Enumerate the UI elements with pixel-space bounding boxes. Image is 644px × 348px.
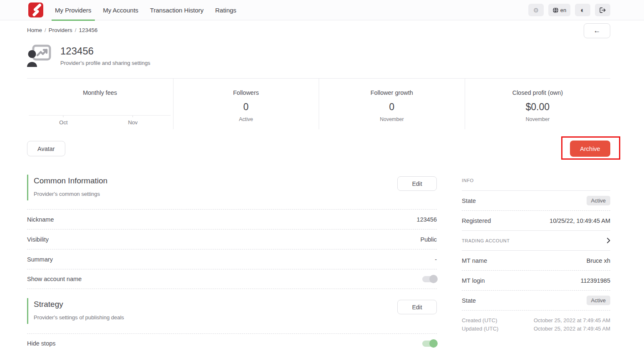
chart-tick	[63, 116, 64, 117]
stat-monthly-fees: Monthly fees Oct Nov	[27, 79, 173, 129]
status-badge: Active	[587, 296, 610, 305]
avatar-button[interactable]: Avatar	[27, 141, 65, 156]
sidebar-row-mt-login: MT login 112391985	[462, 271, 610, 291]
navbar-actions: ⚙ en ◐	[528, 4, 610, 16]
back-button[interactable]: ←	[584, 23, 610, 38]
stat-caption: Active	[173, 116, 319, 122]
row-label: Nickname	[27, 216, 54, 223]
common-information-section-header: Common Information Provider's common set…	[27, 175, 437, 200]
theme-toggle-button[interactable]: ◐	[575, 4, 590, 16]
row-value: 123456	[417, 216, 437, 223]
page-subtitle: Provider's profile and sharing settings	[60, 60, 150, 66]
row-visibility: Visibility Public	[27, 229, 437, 249]
section-subtitle: Provider's common settings	[34, 191, 107, 197]
nav-tab-my-providers[interactable]: My Providers	[49, 0, 97, 20]
meta-value: October 25, 2022 at 7:49:45 AM	[534, 316, 610, 325]
created-line: Created (UTC) October 25, 2022 at 7:49:4…	[462, 316, 610, 325]
section-title: Common Information	[34, 176, 107, 185]
row-label: Show account name	[27, 276, 82, 282]
row-show-account-name: Show account name	[27, 269, 437, 289]
stat-value: $0.00	[465, 101, 611, 113]
page-header: 123456 Provider's profile and sharing se…	[27, 44, 610, 67]
sidebar-row-registered: Registered 10/25/22, 10:49:45 AM	[462, 211, 610, 231]
row-nickname: Nickname 123456	[27, 209, 437, 229]
gear-icon: ⚙	[533, 7, 539, 13]
provider-profile-icon	[27, 44, 51, 67]
edit-common-information-button[interactable]: Edit	[397, 176, 437, 191]
stat-followers: Followers 0 Active	[173, 79, 319, 129]
nav-tab-my-accounts[interactable]: My Accounts	[97, 0, 144, 20]
row-value: 10/25/22, 10:49:45 AM	[550, 217, 610, 224]
settings-column: Common Information Provider's common set…	[27, 175, 437, 348]
logout-button[interactable]	[595, 4, 610, 16]
strategy-section-header: Strategy Provider's settings of publishi…	[27, 298, 437, 324]
chart-tick-label: Nov	[128, 119, 138, 126]
chevron-right-icon	[607, 238, 610, 243]
breadcrumb-current: 123456	[79, 27, 98, 33]
row-label: MT name	[462, 257, 487, 264]
status-badge: Active	[587, 196, 610, 205]
monthly-fees-chart: Oct Nov	[29, 115, 171, 116]
settings-button[interactable]: ⚙	[528, 4, 544, 16]
archive-button[interactable]: Archive	[570, 141, 610, 157]
timestamps-block: Created (UTC) October 25, 2022 at 7:49:4…	[462, 311, 610, 333]
meta-value: October 25, 2022 at 7:49:45 AM	[534, 325, 610, 333]
stat-title: Followers	[173, 89, 319, 96]
row-label: Visibility	[27, 236, 49, 243]
row-label: State	[462, 297, 476, 304]
main-nav: My Providers My Accounts Transaction His…	[49, 0, 242, 20]
trading-account-caption: TRADING ACCOUNT	[462, 238, 510, 243]
breadcrumb-separator: /	[45, 27, 46, 33]
stat-title: Closed profit (own)	[465, 89, 611, 96]
sidebar-row-mt-name: MT name Bruce xh	[462, 251, 610, 271]
stat-follower-growth: Follower growth 0 November	[319, 79, 465, 129]
chart-tick-label: Oct	[59, 119, 67, 126]
row-hide-stops: Hide stops	[27, 333, 437, 348]
common-information-rows: Nickname 123456 Visibility Public Summar…	[27, 209, 437, 289]
chart-tick	[133, 116, 133, 117]
info-caption: INFO	[462, 178, 474, 183]
actions-row: Avatar Archive	[27, 141, 610, 157]
strategy-rows: Hide stops	[27, 333, 437, 348]
row-value: 112391985	[580, 277, 610, 284]
sidebar-row-account-state: State Active	[462, 291, 610, 311]
row-value: Bruce xh	[587, 257, 610, 264]
row-value: -	[435, 256, 437, 263]
info-sidebar: INFO State Active Registered 10/25/22, 1…	[462, 175, 610, 348]
page-title: 123456	[60, 45, 150, 57]
breadcrumb-separator: /	[75, 27, 77, 33]
breadcrumb-home[interactable]: Home	[27, 27, 42, 33]
back-arrow-icon: ←	[594, 27, 601, 35]
meta-label: Created (UTC)	[462, 316, 497, 325]
hide-stops-toggle[interactable]	[422, 341, 437, 347]
show-account-name-toggle[interactable]	[422, 276, 437, 282]
row-summary: Summary -	[27, 249, 437, 269]
edit-strategy-button[interactable]: Edit	[397, 300, 437, 314]
section-title: Strategy	[34, 300, 124, 309]
stat-title: Monthly fees	[27, 89, 173, 96]
section-subtitle: Provider's settings of publishing deals	[34, 314, 124, 321]
stat-title: Follower growth	[319, 89, 465, 96]
nav-tab-ratings[interactable]: Ratings	[209, 0, 242, 20]
brand-logo-icon[interactable]	[28, 2, 43, 17]
stats-row: Monthly fees Oct Nov Followers 0 Active …	[27, 78, 610, 129]
trading-account-section-header[interactable]: TRADING ACCOUNT	[462, 231, 610, 251]
row-label: Hide stops	[27, 340, 56, 347]
breadcrumb: Home / Providers / 123456	[27, 20, 610, 33]
globe-icon	[552, 7, 559, 13]
meta-label: Updated (UTC)	[462, 325, 498, 333]
stat-value: 0	[173, 101, 319, 113]
updated-line: Updated (UTC) October 25, 2022 at 7:49:4…	[462, 325, 610, 333]
sidebar-row-state: State Active	[462, 191, 610, 211]
info-section-header: INFO	[462, 175, 610, 191]
stat-value: 0	[319, 101, 465, 113]
logout-icon	[599, 7, 606, 13]
row-label: State	[462, 197, 476, 204]
breadcrumb-providers[interactable]: Providers	[49, 27, 72, 33]
row-label: Summary	[27, 256, 53, 263]
row-label: MT login	[462, 277, 485, 284]
stat-closed-profit: Closed profit (own) $0.00 November	[465, 79, 611, 129]
contrast-icon: ◐	[580, 7, 585, 14]
nav-tab-transaction-history[interactable]: Transaction History	[144, 0, 210, 20]
language-button[interactable]: en	[548, 4, 570, 16]
